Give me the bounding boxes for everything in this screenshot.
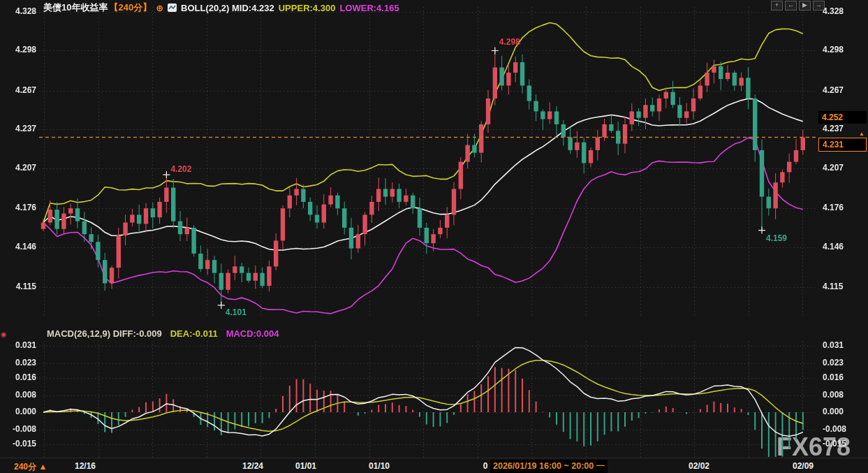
extreme-price-annotation: 4.101 xyxy=(226,307,247,317)
price-tick-label: 4.115 xyxy=(823,282,843,291)
macd-tick-label: 0.008 xyxy=(0,390,36,400)
macd-tick-label: 0.023 xyxy=(823,358,844,368)
macd-tick-label: 0.031 xyxy=(0,340,36,350)
interval-selector[interactable]: 240分 ▲ xyxy=(14,461,47,473)
macd-tick-label: -0.015 xyxy=(0,439,36,449)
extreme-price-annotation: 4.159 xyxy=(766,233,787,243)
boll-upper-label: UPPER:4.300 xyxy=(279,3,336,13)
chart-app: 美债10年收益率 【240分】 ⊕ BOLL(20,2) MID:4.232 U… xyxy=(0,0,868,473)
macd-tick-label: -0.008 xyxy=(0,424,36,434)
macd-tick-label: 0.000 xyxy=(823,407,844,416)
price-tick-label: 4.267 xyxy=(823,85,844,95)
time-axis: 240分 ▲ 12/1612/2401/0101/10002/0202/0920… xyxy=(0,458,868,473)
price-tick-label: 4.115 xyxy=(0,282,36,291)
time-tick-label: 12/24 xyxy=(242,461,263,471)
auto-play-icon[interactable]: ▶ xyxy=(799,1,811,10)
time-tick-label: 01/01 xyxy=(295,461,316,471)
pan-left-icon[interactable]: ← xyxy=(785,1,797,10)
interval-label[interactable]: 【240分】 xyxy=(109,1,152,14)
macd-tick-label: -0.015 xyxy=(823,439,846,449)
macd-tick-label: -0.008 xyxy=(823,424,846,434)
macd-macd-label: MACD:0.004 xyxy=(226,328,279,339)
price-tick-label: 4.267 xyxy=(0,85,36,95)
time-tick-label: 0 xyxy=(483,461,488,471)
price-tick-label: 4.176 xyxy=(0,203,36,212)
session-tooltip-badge: 2026/01/19 16:00 ~ 20:00 一 xyxy=(490,460,608,473)
price-tick-label: 4.237 xyxy=(823,124,844,133)
boll-mid-label: BOLL(20,2) MID:4.232 xyxy=(181,3,274,13)
prev-close-badge: 4.252 xyxy=(818,111,867,124)
macd-main-label: MACD(26,12,9) DIFF:-0.009 xyxy=(47,328,162,339)
crosshair-tool-icon[interactable]: + xyxy=(771,1,783,10)
price-tick-label: 4.176 xyxy=(823,203,844,212)
time-tick-label: 02/02 xyxy=(689,461,709,471)
price-tick-label: 4.207 xyxy=(0,163,36,173)
chart-toolbar: +←▶→ xyxy=(771,1,825,10)
time-tick-label: 12/16 xyxy=(75,461,96,471)
price-tick-label: 4.146 xyxy=(823,242,844,252)
price-tick-label: 4.298 xyxy=(823,45,844,54)
macd-tick-label: 0.000 xyxy=(0,407,36,416)
macd-header: MACD(26,12,9) DIFF:-0.009 DEA:-0.011 MAC… xyxy=(47,328,279,339)
price-tick-label: 4.207 xyxy=(823,163,844,173)
chart-title-bar: 美债10年收益率 【240分】 ⊕ BOLL(20,2) MID:4.232 U… xyxy=(43,1,399,14)
add-indicator-icon[interactable]: ⊕ xyxy=(156,3,163,13)
price-tick-label: 4.298 xyxy=(0,45,36,54)
price-tick-label: 4.237 xyxy=(0,124,36,133)
interval-arrow-icon: ▲ xyxy=(38,462,47,472)
price-tick-label: 4.146 xyxy=(0,242,36,252)
extreme-price-annotation: 4.202 xyxy=(170,164,191,174)
macd-tick-label: 0.023 xyxy=(0,358,36,368)
macd-tick-label: 0.016 xyxy=(823,372,844,382)
time-tick-label: 01/10 xyxy=(369,461,390,471)
boll-lower-label: LOWER:4.165 xyxy=(339,3,399,13)
macd-tick-label: 0.008 xyxy=(823,390,844,400)
time-tick-label: 02/09 xyxy=(793,461,814,471)
macd-tick-label: 0.016 xyxy=(0,372,36,382)
last-price-badge: 4.231 xyxy=(818,138,867,152)
price-tick-label: 4.328 xyxy=(0,6,36,16)
macd-dea-label: DEA:-0.011 xyxy=(170,328,218,339)
chart-canvas[interactable] xyxy=(0,0,868,473)
macd-tick-label: 0.031 xyxy=(823,340,844,350)
symbol-title: 美债10年收益率 xyxy=(43,1,108,14)
indicator-toggle-icon[interactable]: ◉ xyxy=(1,330,7,338)
extreme-price-annotation: 4.298 xyxy=(499,37,520,47)
price-tick-label: 4.328 xyxy=(823,6,844,16)
indicator-chart-icon xyxy=(168,3,177,12)
price-marker-triangle-icon: ▲ xyxy=(859,131,865,137)
